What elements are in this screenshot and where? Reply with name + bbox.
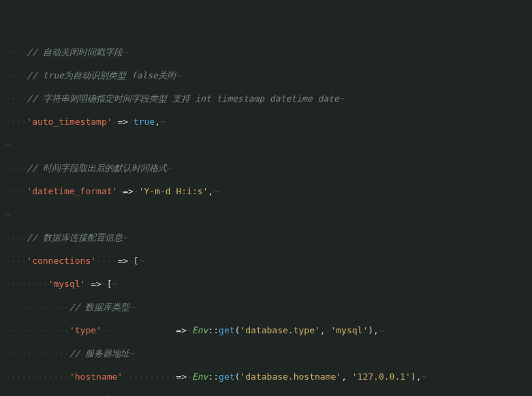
code-line: ············'type'··············=>·Env::… [5,324,527,336]
config-key: 'auto_timestamp' [27,117,112,127]
config-key: 'connections' [27,256,96,266]
comment: // 数据库连接配置信息 [27,232,122,243]
code-line: ····// 时间字段取出后的默认时间格式¬ [5,162,527,174]
config-key: 'mysql' [48,279,86,289]
config-key: 'hostname' [69,371,123,382]
comment: // 时间字段取出后的默认时间格式 [27,163,166,173]
class-ref: Env [192,371,208,382]
string-value: 'database.hostname' [240,371,341,382]
string-value: 'mysql' [330,325,368,335]
comment: // true为自动识别类型 false关闭 [27,70,176,80]
config-key: 'datetime_format' [27,186,117,196]
code-line: ········'mysql'·=>·[¬ [5,278,527,290]
code-line: ····'connections'····=>·[¬ [5,255,527,266]
string-value: 'database.type' [240,325,319,335]
method-call: get [219,325,234,335]
bool-value: true [134,117,155,127]
config-key: 'type' [69,325,101,335]
class-ref: Env [192,325,208,335]
code-line: ¬ [5,139,527,151]
method-call: get [219,371,234,382]
code-line: ····// 自动关闭时间戳字段¬ [5,46,527,58]
code-line: ············// 服务器地址¬ [5,348,527,359]
code-line: ············// 数据库类型¬ [5,301,527,313]
comment: // 字符串则明确指定时间字段类型 支持 int timestamp datet… [27,93,339,104]
string-value: '127.0.0.1' [352,371,411,382]
code-line: ····'auto_timestamp'·=>·true,¬ [5,116,527,127]
string-value: 'Y-m-d H:i:s' [139,186,208,196]
code-line: ····// 数据库连接配置信息¬ [5,232,527,243]
code-line: ····// 字符串则明确指定时间字段类型 支持 int timestamp d… [5,93,527,104]
code-line: ····// true为自动识别类型 false关闭¬ [5,70,527,81]
code-line: ············'hostname'··········=>·Env::… [5,371,527,382]
code-line: ····'datetime_format'·=>·'Y-m-d H:i:s',¬ [5,185,527,197]
comment: // 自动关闭时间戳字段 [27,47,122,57]
comment: // 数据库类型 [69,302,129,312]
code-line: ¬ [5,209,527,220]
comment: // 服务器地址 [69,348,129,359]
